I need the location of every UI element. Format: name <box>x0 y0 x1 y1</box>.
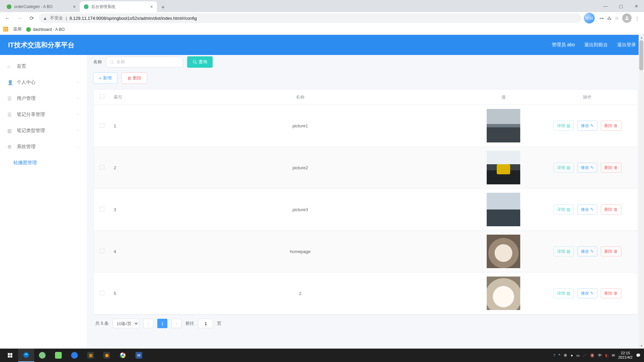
star-icon[interactable]: ☆ <box>615 16 619 21</box>
sidebar-item-label: 首页 <box>17 63 26 69</box>
taskbar-app[interactable]: W <box>131 349 147 362</box>
edit-button[interactable]: 修改✎ <box>577 121 597 131</box>
row-checkbox[interactable] <box>100 123 104 128</box>
browser-tab[interactable]: 后台管理系统 × <box>80 1 157 12</box>
ime-label[interactable]: 中 <box>598 353 602 358</box>
sidebar-item-label: 系统管理 <box>17 144 36 150</box>
query-button[interactable]: 查询 <box>187 56 213 68</box>
clock[interactable]: 22:15 2021/4/2 <box>618 351 633 360</box>
close-icon[interactable]: ✕ <box>629 0 644 12</box>
detail-button[interactable]: 详情▤ <box>553 163 574 173</box>
translate-icon[interactable]: ⁂ <box>607 16 611 21</box>
thumbnail-image <box>487 193 520 226</box>
page-size-select[interactable]: 10条/页 <box>113 319 139 328</box>
volume-icon[interactable]: 🔇 <box>590 353 595 358</box>
taskbar-app[interactable]: ⬢ <box>99 349 115 362</box>
goto-front-button[interactable]: 退出到前台 <box>584 42 608 48</box>
user-icon: 👤 <box>7 80 13 85</box>
battery-icon[interactable]: ▭ <box>576 353 580 358</box>
minimize-icon[interactable]: — <box>598 0 613 12</box>
row-delete-button[interactable]: 删除🗑 <box>601 121 622 131</box>
start-button[interactable] <box>2 349 18 362</box>
profile-avatar[interactable] <box>622 13 632 23</box>
notifications-icon[interactable]: 💬 <box>636 353 641 358</box>
scroll-down-icon[interactable]: ▾ <box>639 343 644 349</box>
detail-button[interactable]: 详情▤ <box>553 121 574 131</box>
thumbnail-image <box>487 277 520 310</box>
row-delete-button[interactable]: 删除🗑 <box>601 163 622 173</box>
row-delete-button[interactable]: 删除🗑 <box>601 204 622 215</box>
next-page-button[interactable]: › <box>171 319 181 328</box>
scrollbar[interactable]: ▴ ▾ <box>639 35 644 349</box>
goto-input[interactable] <box>198 319 213 328</box>
wifi-icon[interactable]: ⋰ <box>583 353 587 358</box>
close-icon[interactable]: × <box>150 4 153 9</box>
scroll-up-icon[interactable]: ▴ <box>639 35 644 40</box>
sidebar-item-profile[interactable]: 👤 个人中心 ﹀ <box>0 74 87 90</box>
bookmark-item[interactable]: dashboard - A BO <box>26 27 65 32</box>
edit-button[interactable]: 修改✎ <box>577 163 597 173</box>
name-input[interactable]: 名称 <box>106 57 183 67</box>
new-tab-button[interactable]: + <box>158 3 168 12</box>
logout-button[interactable]: 退出登录 <box>617 42 636 48</box>
ime-icon[interactable]: ◧ <box>605 353 608 358</box>
edit-button[interactable]: 修改✎ <box>577 288 597 298</box>
apps-label[interactable]: 应用 <box>13 26 21 32</box>
page-number-button[interactable]: 1 <box>157 319 167 328</box>
url-input[interactable]: ▲ 不安全 | 8.129.11.174:9008/springboot1o52… <box>39 13 581 23</box>
mail-icon[interactable]: ✉ <box>612 353 615 358</box>
sidebar-item-notes[interactable]: ☰ 笔记分享管理 ﹀ <box>0 107 87 123</box>
detail-button[interactable]: 详情▤ <box>553 246 574 256</box>
maximize-icon[interactable]: ▢ <box>613 0 629 12</box>
reload-button[interactable]: ⟳ <box>27 13 36 23</box>
prev-page-button[interactable]: ‹ <box>143 319 153 328</box>
taskbar-app[interactable] <box>66 349 83 362</box>
svg-rect-8 <box>10 356 12 358</box>
detail-button[interactable]: 详情▤ <box>553 288 574 298</box>
add-button[interactable]: + 新增 <box>93 72 117 84</box>
apps-icon[interactable] <box>3 27 9 32</box>
row-checkbox[interactable] <box>100 207 104 212</box>
row-checkbox[interactable] <box>100 291 104 295</box>
trash-icon: 🗑 <box>614 123 618 128</box>
scroll-thumb[interactable] <box>639 40 643 70</box>
shield-icon[interactable]: ⛨ <box>564 353 568 357</box>
row-delete-button[interactable]: 删除🗑 <box>601 246 622 256</box>
forward-button[interactable]: → <box>15 13 24 23</box>
sidebar-item-system[interactable]: ⚙ 系统管理 ︿ <box>0 139 87 155</box>
edit-button[interactable]: 修改✎ <box>577 204 597 215</box>
svg-rect-6 <box>10 353 12 355</box>
row-delete-button[interactable]: 删除🗑 <box>601 288 622 298</box>
cell-name: homepage <box>130 249 470 254</box>
edit-button[interactable]: 修改✎ <box>577 246 597 256</box>
user-label[interactable]: 管理员 abo <box>552 42 575 48</box>
cell-name: picture2 <box>130 165 470 170</box>
trash-icon: 🗑 <box>614 165 618 170</box>
delete-button[interactable]: 🗑 删除 <box>121 72 147 84</box>
sidebar-item-types[interactable]: ▥ 笔记类型管理 ﹀ <box>0 123 87 139</box>
sidebar-item-carousel[interactable]: 轮播图管理 <box>0 155 87 171</box>
row-checkbox[interactable] <box>100 165 104 170</box>
row-checkbox[interactable] <box>100 249 104 253</box>
back-button[interactable]: ← <box>3 13 12 23</box>
taskbar-app[interactable]: ▦ <box>83 349 99 362</box>
help-icon[interactable]: ? <box>553 353 555 357</box>
sidebar-item-users[interactable]: ☰ 用户管理 ﹀ <box>0 90 87 107</box>
chevron-up-icon: ︿ <box>76 144 79 149</box>
detail-button[interactable]: 详情▤ <box>553 204 574 215</box>
extension-badge[interactable]: 00:51 <box>584 13 595 23</box>
sidebar-item-home[interactable]: ⌂ 首页 <box>0 58 87 74</box>
taskbar-app[interactable] <box>18 349 34 362</box>
edit-icon: ✎ <box>590 123 594 128</box>
key-icon[interactable]: ⊶ <box>599 16 604 21</box>
close-icon[interactable]: × <box>73 4 76 9</box>
browser-tab[interactable]: orderCodegen - A BO × <box>3 1 80 12</box>
select-all-checkbox[interactable] <box>100 94 104 99</box>
taskbar-app[interactable] <box>115 349 131 362</box>
chevron-up-icon[interactable]: ^ <box>558 353 560 357</box>
sidebar-item-label: 笔记分享管理 <box>17 112 45 118</box>
menu-icon[interactable]: ⋮ <box>635 16 639 21</box>
taskbar-app[interactable] <box>50 349 66 362</box>
taskbar-app[interactable] <box>34 349 50 362</box>
dot-icon[interactable]: ● <box>571 353 573 357</box>
